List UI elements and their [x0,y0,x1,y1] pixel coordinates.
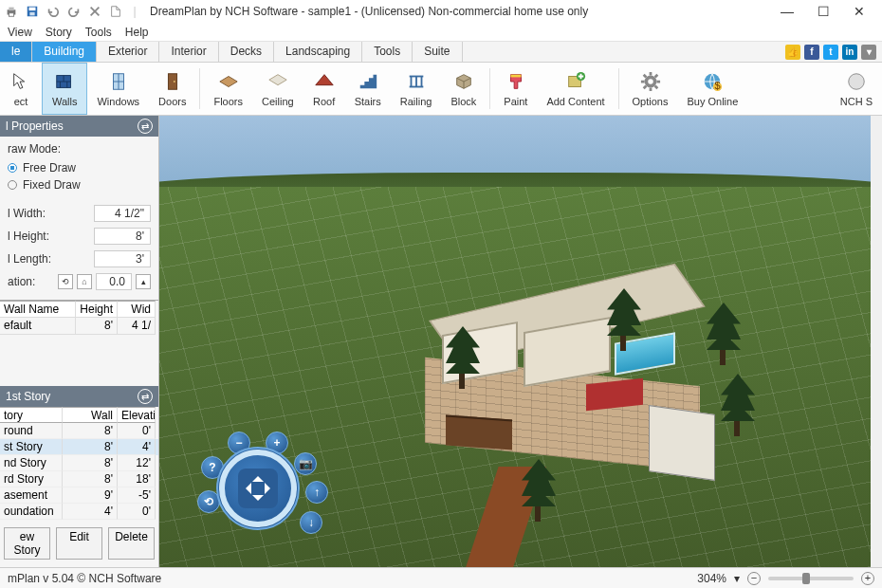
save-icon[interactable] [25,4,40,19]
story-row[interactable]: round Level8'0' [0,423,158,439]
length-label: l Length: [8,252,51,266]
panel-story-collapse-icon[interactable]: ⇄ [138,389,153,404]
svg-point-18 [174,81,175,83]
ribbon-ceiling[interactable]: Ceiling [252,63,303,115]
story-row[interactable]: oundation4'0' [0,504,158,520]
nav-pan-wheel[interactable] [216,447,300,530]
panel-collapse-icon[interactable]: ⇄ [138,119,153,134]
svg-point-28 [648,79,653,84]
panel-properties-header[interactable]: l Properties ⇄ [0,116,158,137]
tab-interior[interactable]: Interior [159,42,218,62]
tab-tools[interactable]: Tools [362,42,413,62]
nav-down-icon[interactable]: ↓ [300,511,322,534]
minimize-button[interactable]: — [778,4,797,19]
wall-col-height[interactable]: Height [76,301,118,318]
panel-story-header[interactable]: 1st Story ⇄ [0,386,158,407]
story-col-elev[interactable]: Elevation [118,407,156,423]
ribbon-options[interactable]: Options [623,63,678,115]
width-label: l Width: [8,207,46,220]
facebook-icon[interactable]: f [804,45,819,60]
length-input[interactable]: 3' [94,250,151,267]
ribbon-block[interactable]: Block [441,63,486,115]
radio-fixed-draw[interactable]: Fixed Draw [8,176,151,193]
ribbon-paint[interactable]: Paint [494,63,537,115]
svg-text:$: $ [715,80,721,91]
svg-rect-17 [168,74,176,90]
svg-rect-24 [510,75,521,78]
sidebar: l Properties ⇄ raw Mode: Free Draw Fixed… [0,116,159,567]
wall-col-width[interactable]: Wid [118,301,156,318]
ribbon-walls[interactable]: Walls [42,63,87,115]
wall-col-name[interactable]: Wall Name [0,301,76,318]
tabstrip: le Building Exterior Interior Decks Land… [0,42,882,63]
edit-story-button[interactable]: Edit [56,527,102,560]
tab-building[interactable]: Building [32,42,97,62]
zoom-slider[interactable] [768,577,854,580]
ribbon-select[interactable]: ect [0,63,42,115]
rotation-input[interactable]: 0.0 [96,273,132,290]
zoom-chevron-icon[interactable]: ▾ [734,572,740,585]
redo-icon[interactable] [66,4,82,19]
svg-rect-5 [29,12,34,16]
tab-file[interactable]: le [0,42,32,62]
viewport-3d[interactable]: ? − + 📷 ↑ ↓ ⟲ [159,116,882,567]
draw-mode-label: raw Mode: [8,142,151,156]
ribbon-floors[interactable]: Floors [204,63,252,115]
panel-story-title: 1st Story [6,390,50,403]
tab-exterior[interactable]: Exterior [97,42,159,62]
orbit-icon[interactable]: ⟲ [58,274,73,289]
new-file-icon[interactable] [108,4,123,19]
like-icon[interactable]: 👍 [785,45,800,60]
titlebar: | DreamPlan by NCH Software - sample1 - … [0,0,882,23]
story-row[interactable]: rd Story8'18' [0,471,158,487]
menu-story[interactable]: Story [46,26,72,39]
tab-suite[interactable]: Suite [413,42,462,62]
ribbon-doors[interactable]: Doors [149,63,195,115]
ribbon-roof[interactable]: Roof [303,63,345,115]
delete-story-button[interactable]: Delete [108,527,155,560]
menubar: View Story Tools Help [0,23,882,42]
undo-icon[interactable] [46,4,61,19]
ribbon-buy-online[interactable]: $Buy Online [677,63,747,115]
zoom-out-button[interactable]: − [747,572,761,585]
tab-landscaping[interactable]: Landscaping [274,42,362,62]
rotation-label: ation: [8,275,35,288]
twitter-icon[interactable]: t [823,45,838,60]
story-col-name[interactable]: tory [0,407,63,423]
ribbon-railing[interactable]: Railing [391,63,442,115]
story-table: tory Wall Height Elevation round Level8'… [0,407,158,520]
story-col-height[interactable]: Wall Height [63,407,118,423]
width-input[interactable]: 4 1/2" [94,205,151,222]
nav-wheel: ? − + 📷 ↑ ↓ ⟲ [188,430,330,543]
maximize-button[interactable]: ☐ [814,4,833,19]
menu-tools[interactable]: Tools [85,26,112,39]
story-row[interactable]: nd Story8'12' [0,455,158,471]
panel-properties-title: l Properties [6,119,64,133]
menu-help[interactable]: Help [125,26,149,39]
stepper-up-down-icon[interactable]: ▴ [136,274,151,289]
wall-table: Wall Name Height Wid efault 8' 4 1/ [0,300,158,335]
ribbon-windows[interactable]: Windows [87,63,149,115]
radio-free-draw[interactable]: Free Draw [8,159,151,176]
menu-view[interactable]: View [8,26,32,39]
height-label: l Height: [8,230,49,243]
print-icon[interactable] [4,4,19,19]
close-button[interactable]: ✕ [850,4,869,19]
tab-decks[interactable]: Decks [219,42,274,62]
ribbon-nch[interactable]: NCH S [831,63,882,115]
status-text: mPlan v 5.04 © NCH Software [8,572,161,585]
nav-up-icon[interactable]: ↑ [305,481,328,504]
camera-reset-icon[interactable]: ⌂ [77,274,92,289]
share-icon[interactable]: ▾ [861,45,876,60]
wall-row[interactable]: efault 8' 4 1/ [0,318,158,335]
story-row[interactable]: asement9'-5' [0,487,158,504]
ribbon-add-content[interactable]: Add Content [537,63,614,115]
new-story-button[interactable]: ew Story [4,527,50,560]
zoom-in-button[interactable]: + [861,572,874,585]
height-input[interactable]: 8' [94,228,151,245]
story-row[interactable]: st Story8'4' [0,439,158,455]
svg-rect-4 [29,8,36,11]
cut-icon[interactable] [87,4,102,19]
ribbon-stairs[interactable]: Stairs [345,63,391,115]
linkedin-icon[interactable]: in [842,45,857,60]
